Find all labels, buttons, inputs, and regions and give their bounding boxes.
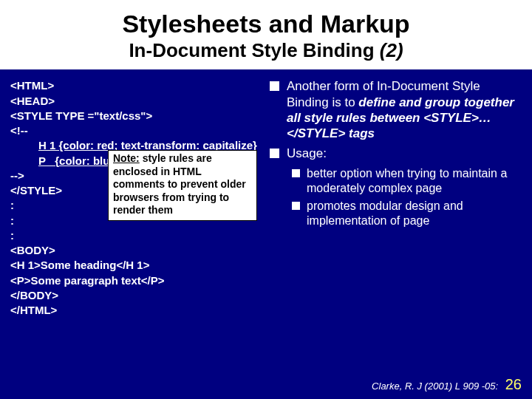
square-bullet-icon: [292, 202, 300, 210]
code-line: <HEAD>: [10, 94, 262, 109]
title-block: Stylesheets and Markup In-Document Style…: [0, 0, 532, 69]
content-area: <HTML> <HEAD> <STYLE TYPE ="text/css"> <…: [0, 69, 532, 327]
slide-footer: Clarke, R. J (2001) L 909 -05: 26: [372, 376, 522, 393]
bullet-text: promotes modular design and implementati…: [307, 199, 522, 228]
square-bullet-icon: [270, 149, 279, 158]
code-line: <STYLE TYPE ="text/css">: [10, 109, 262, 123]
square-bullet-icon: [292, 169, 300, 177]
note-callout: Note: style rules are enclosed in HTML c…: [108, 150, 257, 221]
code-line: </HTML>: [10, 303, 262, 318]
code-block: <HTML> <HEAD> <STYLE TYPE ="text/css"> <…: [10, 78, 262, 318]
code-line: <H 1>Some heading</H 1>: [10, 258, 262, 273]
subtitle-part-b: (2): [380, 39, 403, 61]
slide-subtitle: In-Document Style Binding (2): [15, 39, 517, 62]
bullet-level1: Another form of In-Document Style Bindin…: [270, 78, 522, 141]
bullet-level1: Usage:: [270, 146, 522, 161]
code-line: <BODY>: [10, 243, 262, 258]
slide-title: Stylesheets and Markup: [15, 10, 517, 38]
square-bullet-icon: [270, 81, 279, 91]
bullet-text: better option when trying to maintain a …: [307, 166, 522, 196]
code-line: <HTML>: [10, 78, 262, 93]
code-line: <!--: [10, 123, 262, 138]
bullet-text: Another form of In-Document Style Bindin…: [287, 78, 522, 141]
code-line: :: [10, 228, 262, 243]
bullet-level2: promotes modular design and implementati…: [292, 199, 522, 228]
code-line: </BODY>: [10, 288, 262, 303]
code-line: <P>Some paragraph text</P>: [10, 273, 262, 288]
page-number: 26: [505, 376, 522, 392]
bullet-text: Usage:: [287, 146, 522, 161]
bullet-list: Another form of In-Document Style Bindin…: [270, 78, 522, 318]
subtitle-part-a: In-Document Style Binding: [129, 39, 379, 61]
note-label: Note:: [113, 152, 140, 164]
bullet-level2: better option when trying to maintain a …: [292, 166, 522, 196]
citation: Clarke, R. J (2001) L 909 -05:: [372, 381, 498, 392]
